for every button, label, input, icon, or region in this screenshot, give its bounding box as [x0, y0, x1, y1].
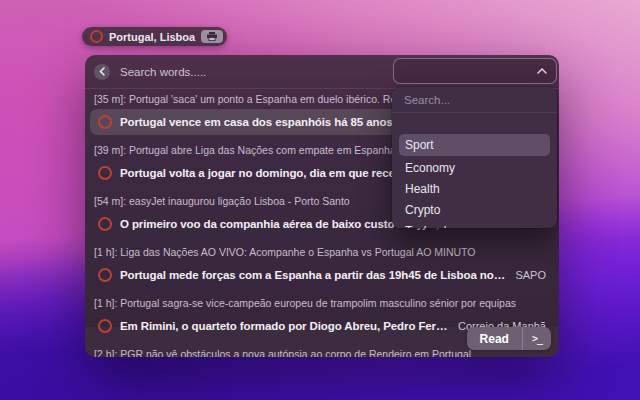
- news-summary: Em Rimini, o quarteto formado por Diogo …: [120, 320, 448, 332]
- dropdown-spacer: [392, 113, 557, 134]
- print-button[interactable]: [201, 30, 223, 43]
- news-headline[interactable]: [1 h]: Liga das Nações AO VIVO: Acompanh…: [90, 244, 554, 261]
- option-technology[interactable]: Technology: [392, 221, 557, 228]
- location-label: Portugal, Lisboa: [109, 31, 195, 43]
- option-health[interactable]: Health: [392, 179, 557, 200]
- category-search-input[interactable]: [392, 87, 557, 112]
- bullet-ring-icon: [98, 319, 112, 333]
- chevron-left-icon: [99, 67, 106, 76]
- terminal-button[interactable]: >_: [523, 327, 551, 350]
- read-button[interactable]: Read: [467, 327, 522, 350]
- option-economy[interactable]: Economy: [392, 158, 557, 179]
- chevron-up-icon: [537, 68, 547, 74]
- bullet-ring-icon: [98, 115, 112, 129]
- printer-icon: [206, 32, 218, 41]
- read-split-button: Read >_: [467, 327, 551, 350]
- category-dropdown-panel: Sport Economy Health Crypto Technology: [392, 87, 557, 228]
- news-headline[interactable]: [1 h]: Portugal sagra-se vice-campeão eu…: [90, 295, 554, 312]
- option-crypto[interactable]: Crypto: [392, 200, 557, 221]
- bullet-ring-icon: [98, 268, 112, 282]
- news-reader-window: Sport Economy Health Crypto Technology […: [85, 55, 559, 357]
- category-select[interactable]: [393, 58, 557, 84]
- back-button[interactable]: [94, 64, 110, 80]
- option-sport[interactable]: Sport: [399, 134, 550, 156]
- bullet-ring-icon: [98, 217, 112, 231]
- bullet-ring-icon: [98, 166, 112, 180]
- news-source: SAPO: [515, 269, 546, 281]
- location-pill[interactable]: Portugal, Lisboa: [82, 27, 227, 46]
- search-words-input[interactable]: [118, 65, 372, 79]
- news-summary: Portugal mede forças com a Espanha a par…: [120, 269, 505, 281]
- record-ring-icon: [90, 30, 103, 43]
- news-summary-row[interactable]: Portugal mede forças com a Espanha a par…: [90, 262, 554, 288]
